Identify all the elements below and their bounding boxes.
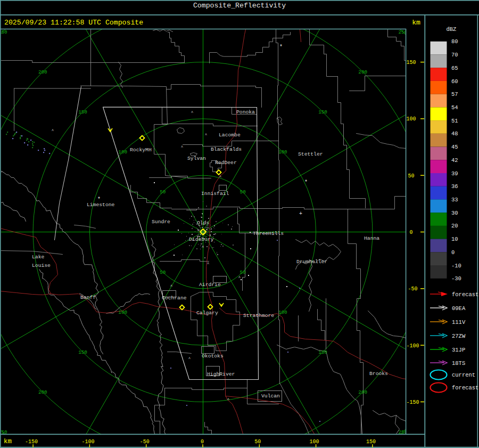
svg-text:^: ^: [207, 262, 210, 266]
svg-text:150: 150: [366, 439, 376, 445]
svg-text:150: 150: [78, 109, 87, 115]
svg-text:Brooks: Brooks: [369, 371, 388, 377]
svg-text:Banff: Banff: [80, 295, 96, 300]
svg-text:51: 51: [451, 118, 458, 124]
svg-text:250: 250: [0, 29, 7, 35]
svg-text:Lake: Lake: [32, 254, 44, 260]
svg-text:-10: -10: [451, 263, 461, 269]
svg-text:^: ^: [52, 129, 54, 133]
svg-text:RedDeer: RedDeer: [215, 160, 237, 166]
svg-text:^: ^: [238, 276, 241, 280]
svg-text:20: 20: [451, 223, 458, 229]
svg-text:150: 150: [406, 60, 416, 66]
svg-text:100: 100: [118, 149, 127, 155]
svg-text:Louise: Louise: [32, 263, 51, 268]
svg-text:Lacombe: Lacombe: [219, 132, 241, 138]
svg-text:-150: -150: [406, 400, 419, 405]
svg-text:Didsbury: Didsbury: [189, 237, 214, 242]
svg-text:km: km: [4, 438, 12, 445]
svg-text:Cochrane: Cochrane: [162, 295, 187, 301]
svg-text:Stettler: Stettler: [298, 151, 323, 157]
svg-text:45: 45: [451, 144, 458, 150]
svg-text:27ZW: 27ZW: [452, 333, 466, 339]
svg-text:ThreeHills: ThreeHills: [253, 231, 284, 237]
svg-text:-150: -150: [25, 439, 38, 445]
svg-text:*: *: [304, 180, 308, 185]
svg-text:200: 200: [358, 69, 367, 75]
svg-text:65: 65: [451, 65, 458, 71]
svg-text:60: 60: [451, 78, 458, 85]
svg-text:200: 200: [358, 389, 367, 395]
svg-text:^: ^: [191, 111, 194, 115]
svg-text:80: 80: [451, 38, 458, 45]
svg-text:30: 30: [451, 210, 458, 216]
svg-text:^: ^: [170, 284, 173, 289]
svg-text:RockyMH: RockyMH: [130, 147, 152, 153]
svg-text:Vulcan: Vulcan: [261, 393, 280, 399]
svg-text:Olds: Olds: [197, 220, 209, 226]
svg-text:+: +: [299, 211, 302, 217]
svg-text:Okotoks: Okotoks: [202, 353, 224, 359]
svg-text:10: 10: [451, 236, 458, 242]
svg-text:^: ^: [219, 175, 222, 180]
svg-text:Sylvan: Sylvan: [187, 156, 206, 161]
svg-text:50: 50: [240, 189, 246, 195]
svg-text:50: 50: [160, 270, 166, 275]
svg-text:39: 39: [451, 170, 458, 177]
svg-text:^: ^: [202, 246, 204, 250]
svg-text:-50: -50: [140, 439, 150, 445]
svg-text:33: 33: [451, 197, 458, 203]
svg-text:Limestone: Limestone: [87, 202, 115, 208]
svg-text:dBZ: dBZ: [447, 26, 457, 32]
svg-text:100: 100: [278, 309, 287, 315]
svg-text:200: 200: [38, 389, 47, 395]
svg-text:100: 100: [118, 309, 127, 315]
svg-text:50: 50: [240, 270, 246, 275]
svg-text:HighRiver: HighRiver: [207, 371, 235, 377]
svg-text:0: 0: [451, 249, 455, 256]
svg-text:forecast: forecast: [452, 385, 478, 391]
svg-text:54: 54: [451, 104, 458, 111]
svg-text:57: 57: [451, 91, 458, 97]
svg-text:-50: -50: [408, 286, 417, 292]
svg-text:Drumheller: Drumheller: [296, 259, 327, 265]
svg-text:0: 0: [409, 230, 412, 235]
svg-text:150: 150: [318, 349, 327, 355]
svg-text:^: ^: [205, 133, 208, 137]
svg-text:200: 200: [38, 69, 47, 75]
svg-text:km: km: [412, 19, 420, 27]
svg-text:111V: 111V: [452, 319, 466, 325]
svg-text:31JP: 31JP: [452, 347, 465, 353]
svg-text:50: 50: [160, 189, 166, 195]
svg-text:^: ^: [227, 398, 230, 402]
svg-text:forecast: forecast: [452, 291, 478, 298]
svg-text:^: ^: [181, 145, 184, 150]
svg-text:Innisfail: Innisfail: [201, 191, 229, 197]
svg-text:100: 100: [278, 149, 287, 155]
svg-text:0: 0: [201, 439, 204, 445]
svg-text:Calgary: Calgary: [196, 310, 218, 316]
svg-text:42: 42: [451, 157, 458, 164]
svg-text:18TS: 18TS: [452, 360, 465, 366]
svg-text:70: 70: [451, 52, 458, 58]
svg-text:Ponoka: Ponoka: [236, 109, 255, 115]
svg-text:100: 100: [310, 439, 319, 445]
svg-text:-100: -100: [406, 343, 419, 349]
svg-text:Airdrie: Airdrie: [199, 282, 221, 288]
svg-text:Strathmore: Strathmore: [243, 313, 274, 319]
svg-text:09EA: 09EA: [452, 305, 466, 312]
svg-text:-30: -30: [451, 275, 461, 282]
svg-text:^: ^: [188, 357, 191, 361]
svg-text:50: 50: [254, 439, 261, 445]
svg-text:48: 48: [451, 131, 458, 137]
svg-text:36: 36: [451, 183, 458, 190]
svg-text:50: 50: [408, 173, 414, 179]
svg-text:150: 150: [318, 109, 327, 115]
svg-text:current: current: [452, 372, 475, 378]
svg-text:Composite_Reflectivity: Composite_Reflectivity: [193, 2, 286, 10]
svg-text:Sundre: Sundre: [152, 219, 170, 225]
svg-text:Hanna: Hanna: [364, 235, 379, 241]
svg-text:Blackfalds: Blackfalds: [211, 146, 242, 152]
svg-text:150: 150: [78, 349, 87, 355]
svg-text:*: *: [97, 197, 101, 202]
